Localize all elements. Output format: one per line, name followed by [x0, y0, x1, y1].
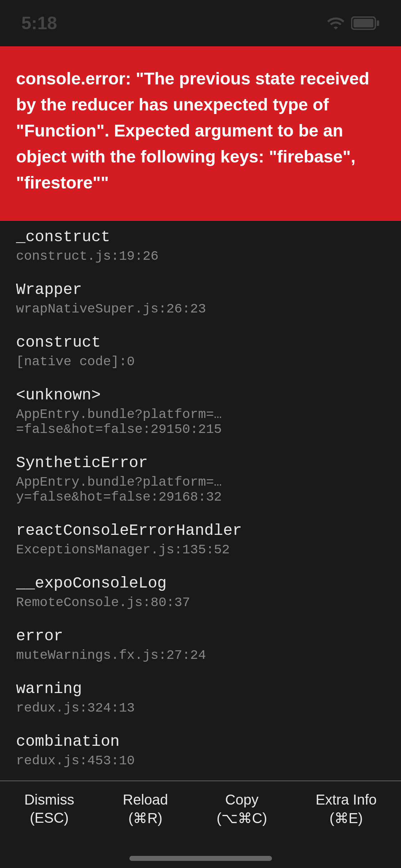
status-icons: [327, 16, 380, 30]
frame-name: _construct: [16, 228, 385, 246]
reload-label: Reload: [123, 792, 168, 808]
stack-frame[interactable]: WrapperwrapNativeSuper.js:26:23: [16, 281, 385, 316]
frame-location: muteWarnings.fx.js:27:24: [16, 648, 385, 663]
frame-name: warning: [16, 680, 385, 698]
frame-location: [native code]:0: [16, 354, 385, 369]
reload-button[interactable]: Reload (⌘R): [123, 792, 168, 826]
dismiss-button[interactable]: Dismiss (ESC): [24, 792, 74, 826]
frame-location: redux.js:453:10: [16, 753, 385, 768]
copy-button[interactable]: Copy (⌥⌘C): [217, 792, 267, 826]
stack-frame[interactable]: <unknown>AppEntry.bundle?platform=…=fals…: [16, 386, 385, 437]
svg-rect-2: [377, 20, 379, 26]
stack-trace[interactable]: _constructconstruct.js:19:26WrapperwrapN…: [0, 221, 401, 827]
frame-name: error: [16, 627, 385, 645]
copy-shortcut: (⌥⌘C): [217, 810, 267, 826]
frame-location: AppEntry.bundle?platform=…y=false&hot=fa…: [16, 475, 385, 505]
stack-frame[interactable]: errormuteWarnings.fx.js:27:24: [16, 627, 385, 663]
dismiss-label: Dismiss: [24, 792, 74, 808]
error-message: console.error: "The previous state recei…: [16, 66, 385, 196]
frame-name: reactConsoleErrorHandler: [16, 522, 385, 539]
dismiss-shortcut: (ESC): [30, 810, 69, 826]
reload-shortcut: (⌘R): [128, 810, 163, 826]
wifi-icon: [327, 17, 345, 30]
stack-frame[interactable]: combinationredux.js:453:10: [16, 733, 385, 768]
frame-name: __expoConsoleLog: [16, 574, 385, 592]
stack-frame[interactable]: warningredux.js:324:13: [16, 680, 385, 715]
battery-icon: [351, 16, 380, 30]
status-time: 5:18: [21, 13, 57, 33]
frame-location: wrapNativeSuper.js:26:23: [16, 301, 385, 316]
error-header: console.error: "The previous state recei…: [0, 46, 401, 221]
frame-location: ExceptionsManager.js:135:52: [16, 542, 385, 557]
copy-label: Copy: [225, 792, 258, 808]
home-indicator[interactable]: [129, 856, 272, 861]
frame-name: construct: [16, 334, 385, 351]
frame-name: SyntheticError: [16, 454, 385, 472]
frame-name: <unknown>: [16, 386, 385, 404]
extra-info-button[interactable]: Extra Info (⌘E): [316, 792, 377, 826]
bottom-toolbar: Dismiss (ESC) Reload (⌘R) Copy (⌥⌘C) Ext…: [0, 781, 401, 868]
frame-location: RemoteConsole.js:80:37: [16, 595, 385, 610]
frame-location: construct.js:19:26: [16, 249, 385, 264]
stack-frame[interactable]: SyntheticErrorAppEntry.bundle?platform=……: [16, 454, 385, 505]
status-bar: 5:18: [0, 0, 401, 46]
stack-frame[interactable]: __expoConsoleLogRemoteConsole.js:80:37: [16, 574, 385, 610]
stack-frame[interactable]: _constructconstruct.js:19:26: [16, 228, 385, 264]
frame-name: combination: [16, 733, 385, 750]
frame-location: redux.js:324:13: [16, 701, 385, 715]
extra-info-shortcut: (⌘E): [330, 810, 363, 826]
frame-name: Wrapper: [16, 281, 385, 299]
extra-info-label: Extra Info: [316, 792, 377, 808]
stack-frame[interactable]: reactConsoleErrorHandlerExceptionsManage…: [16, 522, 385, 557]
frame-location: AppEntry.bundle?platform=…=false&hot=fal…: [16, 407, 385, 437]
stack-frame[interactable]: construct[native code]:0: [16, 334, 385, 369]
svg-rect-1: [354, 19, 374, 27]
